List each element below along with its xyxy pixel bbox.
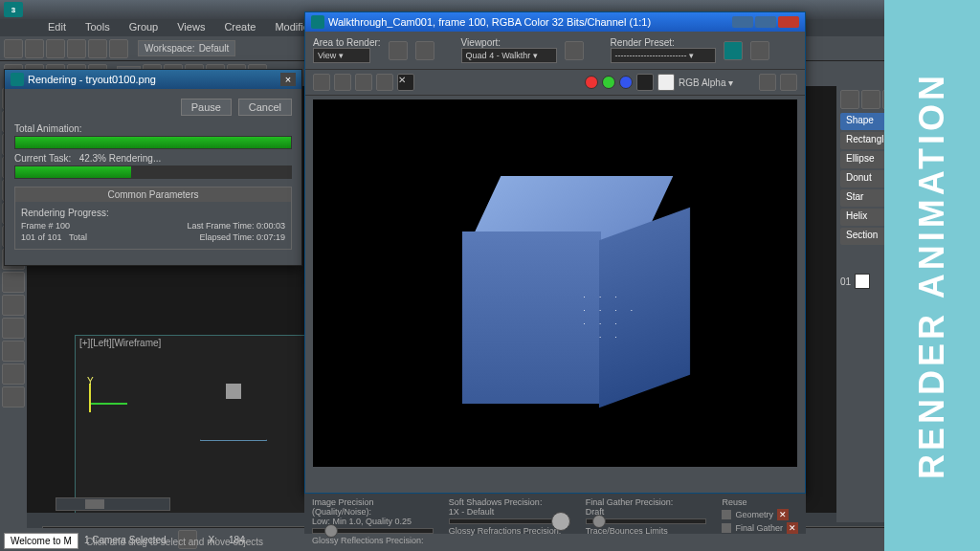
params-header: Common Parameters [15, 187, 291, 202]
left-tool[interactable] [2, 386, 25, 408]
side-banner: RENDER ANIMATION [884, 0, 980, 551]
preset-label: Render Preset: [611, 37, 716, 48]
framebuffer-titlebar[interactable]: Walkthrough_Cam001, frame 100, RGBA Colo… [305, 12, 805, 32]
delete-geometry-button[interactable]: ✕ [777, 509, 789, 520]
left-tool[interactable] [2, 341, 25, 362]
status-hint: Click and drag to select and move object… [86, 537, 263, 547]
shadows-label: Soft Shadows Precision: [449, 497, 570, 507]
viewport-value: Quad 4 - Walkthr [466, 51, 531, 60]
reuse-geometry: Geometry [735, 510, 773, 519]
area-select[interactable]: View ▾ [313, 48, 370, 63]
count-value: 101 of 101 [21, 232, 62, 242]
render-progress-dialog: Rendering - tryout0100.png × Pause Cance… [4, 69, 302, 266]
cancel-button[interactable]: Cancel [238, 99, 292, 116]
menu-tools[interactable]: Tools [76, 19, 120, 36]
mono-icon[interactable] [657, 74, 675, 91]
left-tool[interactable] [2, 295, 25, 316]
copy-icon[interactable] [355, 74, 372, 91]
camera-object[interactable] [210, 384, 257, 431]
save-icon[interactable] [313, 74, 330, 91]
viewport-label[interactable]: [+][Left][Wireframe] [79, 338, 161, 348]
alpha-icon[interactable] [636, 74, 654, 91]
app-logo-icon: 3 [4, 2, 23, 17]
dialog-title: Rendering - tryout0100.png [28, 74, 156, 85]
lft-label: Last Frame Time: [187, 221, 254, 231]
toggle-a-icon[interactable] [759, 74, 776, 91]
menu-group[interactable]: Group [120, 19, 168, 36]
toggle-b-icon[interactable] [780, 74, 797, 91]
print-icon[interactable] [376, 74, 393, 91]
precision-slider[interactable] [312, 528, 434, 534]
area-value: View [318, 51, 336, 60]
workspace-selector[interactable]: Workspace: Default [138, 40, 235, 56]
lft-value: 0:00:03 [256, 221, 285, 231]
menu-edit[interactable]: Edit [38, 19, 76, 36]
fb-tool[interactable] [415, 41, 434, 60]
gather-slider[interactable] [586, 518, 707, 524]
left-tool[interactable] [2, 272, 25, 293]
total-animation-label: Total Animation: [14, 123, 292, 134]
current-task-value: 42.3% Rendering... [79, 153, 162, 164]
framebuffer-title: Walkthrough_Cam001, frame 100, RGBA Colo… [328, 16, 651, 28]
tool-button[interactable] [109, 39, 128, 58]
preset-select[interactable]: ------------------------- ▾ [611, 48, 716, 63]
rendering-progress-label: Rendering Progress: [21, 208, 285, 218]
fb-maximize-button[interactable] [755, 16, 776, 28]
pause-button[interactable]: Pause [181, 99, 232, 116]
render-output[interactable]: · · ·· · · ·· · · · · [313, 99, 797, 467]
lock-icon[interactable] [722, 510, 731, 519]
glossy-refr-label: Glossy Refractions Precision: [449, 526, 570, 536]
lock-icon[interactable] [722, 523, 731, 533]
workspace-value: Default [199, 43, 230, 54]
frame-value: 100 [56, 221, 70, 231]
frame-label: Frame # [21, 221, 54, 231]
render-button[interactable] [724, 41, 743, 60]
fb-minimize-button[interactable] [732, 16, 753, 28]
gather-value[interactable]: Draft [586, 507, 707, 517]
blue-channel-icon[interactable] [619, 76, 633, 89]
fb-lock-icon[interactable] [565, 41, 584, 60]
welcome-tooltip: Welcome to M [4, 533, 78, 549]
gather-label: Final Gather Precision: [586, 497, 707, 507]
dialog-titlebar[interactable]: Rendering - tryout0100.png × [5, 70, 301, 89]
tool-button[interactable] [88, 39, 107, 58]
trace-label: Trace/Bounces Limits [586, 526, 707, 536]
tool-button[interactable] [4, 39, 23, 58]
panel-tab[interactable] [861, 90, 880, 109]
left-tool[interactable] [2, 364, 25, 385]
reuse-finalgather: Final Gather [735, 523, 783, 533]
task-progress-bar [14, 165, 292, 179]
dialog-close-button[interactable]: × [280, 73, 296, 86]
channel-select[interactable]: RGB Alpha ▾ [679, 77, 755, 88]
delete-fg-button[interactable]: ✕ [787, 522, 798, 534]
total-label: Total [69, 232, 87, 242]
fb-settings-icon[interactable] [750, 41, 769, 60]
viewport-label: Viewport: [461, 37, 557, 48]
area-label: Area to Render: [313, 37, 381, 48]
axis-gizmo: Y [89, 393, 127, 412]
viewport-left[interactable]: [+][Left][Wireframe] Y [75, 335, 323, 517]
fb-tool[interactable] [389, 41, 408, 60]
render-settings-bar: Image Precision (Quality/Noise): Low: Mi… [304, 494, 806, 534]
menu-create[interactable]: Create [214, 19, 265, 36]
green-channel-icon[interactable] [602, 76, 615, 89]
left-tool[interactable] [2, 318, 25, 339]
preset-value: ------------------------- [615, 51, 687, 60]
tool-button[interactable] [46, 39, 65, 58]
reuse-label: Reuse [722, 497, 798, 507]
workspace-label: Workspace: [145, 43, 195, 54]
framebuffer-window: Walkthrough_Cam001, frame 100, RGBA Colo… [304, 11, 806, 494]
fb-close-button[interactable] [778, 16, 799, 28]
tool-button[interactable] [25, 39, 44, 58]
red-channel-icon[interactable] [585, 76, 598, 89]
panel-tab[interactable] [840, 90, 859, 109]
color-swatch[interactable] [855, 274, 870, 289]
clone-icon[interactable] [334, 74, 351, 91]
clear-icon[interactable]: ✕ [397, 74, 414, 91]
shadows-value[interactable]: 1X - Default [449, 507, 570, 517]
viewport-select[interactable]: Quad 4 - Walkthr ▾ [461, 48, 557, 63]
shadows-slider[interactable] [449, 518, 570, 524]
horizontal-scrollbar[interactable] [56, 497, 170, 511]
tool-button[interactable] [67, 39, 86, 58]
menu-views[interactable]: Views [167, 19, 214, 36]
